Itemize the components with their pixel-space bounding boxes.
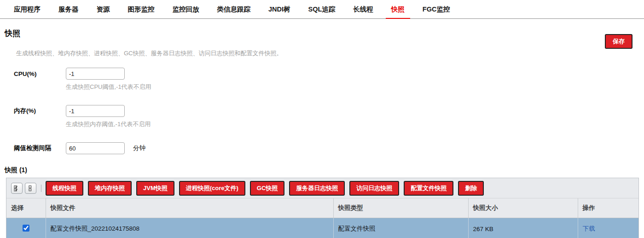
- tab-class-tracking[interactable]: 类信息跟踪: [217, 0, 251, 19]
- row-file-cell: 配置文件快照_20221024175808: [46, 218, 333, 238]
- tab-snapshot[interactable]: 快照: [391, 0, 405, 19]
- cpu-threshold-label: CPU(%): [14, 70, 66, 77]
- table-row[interactable]: 配置文件快照_20221024175808 配置文件快照 267 KB 下载: [6, 218, 638, 238]
- snapshot-panel: 线程快照 堆内存快照 JVM快照 进程快照(core文件) GC快照 服务器日志…: [6, 178, 639, 238]
- check-interval-input[interactable]: [66, 142, 125, 154]
- deselect-all-icon: [28, 185, 34, 192]
- header-size: 快照大小: [468, 198, 578, 218]
- tab-applications[interactable]: 应用程序: [14, 0, 41, 19]
- snapshot-table: 选择 快照文件 快照类型 快照大小 操作 配置文件快照_202210241758…: [6, 198, 638, 238]
- heap-snapshot-button[interactable]: 堆内存快照: [88, 181, 132, 196]
- row-type-cell: 配置文件快照: [333, 218, 468, 238]
- snapshot-toolbar: 线程快照 堆内存快照 JVM快照 进程快照(core文件) GC快照 服务器日志…: [6, 178, 638, 198]
- row-checkbox[interactable]: [23, 225, 29, 232]
- check-interval-unit: 分钟: [133, 144, 145, 152]
- tab-monitor-replay[interactable]: 监控回放: [173, 0, 199, 19]
- row-select-cell: [6, 218, 46, 238]
- tab-long-thread[interactable]: 长线程: [353, 0, 373, 19]
- header-action: 操作: [578, 198, 638, 218]
- delete-button[interactable]: 删除: [458, 181, 484, 196]
- top-tab-bar: 应用程序 服务器 资源 图形监控 监控回放 类信息跟踪 JNDI树 SQL追踪 …: [0, 0, 644, 19]
- memory-threshold-input[interactable]: [66, 105, 125, 117]
- access-log-snapshot-button[interactable]: 访问日志快照: [349, 181, 399, 196]
- check-interval-group: 阈值检测间隔 分钟: [14, 142, 644, 154]
- thread-snapshot-button[interactable]: 线程快照: [46, 181, 83, 196]
- config-snapshot-button[interactable]: 配置文件快照: [404, 181, 453, 196]
- snapshot-settings-form: CPU(%) 生成快照CPU阈值,-1代表不启用 内存(%) 生成快照内存阈值,…: [14, 68, 644, 154]
- header-file: 快照文件: [46, 198, 333, 218]
- cpu-threshold-group: CPU(%) 生成快照CPU阈值,-1代表不启用: [14, 68, 644, 91]
- cpu-threshold-hint: 生成快照CPU阈值,-1代表不启用: [66, 83, 644, 91]
- select-all-icon: [14, 185, 20, 192]
- row-action-cell: 下载: [578, 218, 638, 238]
- tab-fgc-monitor[interactable]: FGC监控: [423, 0, 450, 19]
- select-all-button[interactable]: [11, 183, 23, 194]
- memory-threshold-hint: 生成快照内存阈值,-1代表不启用: [66, 120, 644, 128]
- tab-server[interactable]: 服务器: [58, 0, 79, 19]
- jvm-snapshot-button[interactable]: JVM快照: [136, 181, 174, 196]
- download-link[interactable]: 下载: [583, 225, 595, 232]
- row-size-cell: 267 KB: [468, 218, 578, 238]
- page-title: 快照: [5, 28, 644, 39]
- server-log-snapshot-button[interactable]: 服务器日志快照: [289, 181, 345, 196]
- snapshot-list-title: 快照 (1): [5, 166, 644, 174]
- memory-threshold-group: 内存(%) 生成快照内存阈值,-1代表不启用: [14, 105, 644, 128]
- page-description: 生成线程快照、堆内存快照、进程快照、GC快照、服务器日志快照、访问日志快照和配置…: [16, 49, 644, 58]
- tab-jndi-tree[interactable]: JNDI树: [268, 0, 290, 19]
- cpu-threshold-input[interactable]: [66, 68, 125, 80]
- header-select: 选择: [6, 198, 46, 218]
- tab-resources[interactable]: 资源: [97, 0, 110, 19]
- deselect-all-button[interactable]: [25, 183, 36, 194]
- save-button[interactable]: 保存: [605, 34, 632, 49]
- toolbar-divider: [41, 185, 41, 192]
- process-snapshot-button[interactable]: 进程快照(core文件): [179, 181, 245, 196]
- gc-snapshot-button[interactable]: GC快照: [250, 181, 285, 196]
- tab-sql-trace[interactable]: SQL追踪: [308, 0, 336, 19]
- memory-threshold-label: 内存(%): [14, 107, 66, 115]
- header-type: 快照类型: [333, 198, 468, 218]
- table-header-row: 选择 快照文件 快照类型 快照大小 操作: [6, 198, 638, 218]
- tab-graph-monitor[interactable]: 图形监控: [128, 0, 155, 19]
- check-interval-label: 阈值检测间隔: [14, 144, 66, 152]
